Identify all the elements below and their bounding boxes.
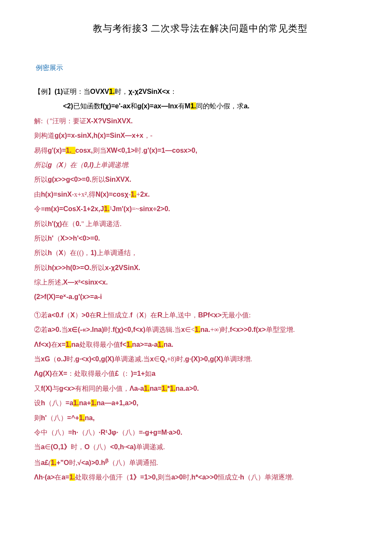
- text-line-23: 则h'（八）=^+1,na,: [34, 411, 366, 425]
- text-line-14: (2>f(X)=eˣ-a.g'(x>=a-i: [34, 290, 366, 304]
- text-line-9: 所以h'(χ)在（0." 上单调递活.: [34, 217, 366, 231]
- document-body: 【例】(1)证明：当OVXV1.时，χ-χ2VSinX<x：<2)已知函数f(χ…: [34, 84, 366, 485]
- text-line-13: 综上所述,X—x²<sinx<x.: [34, 275, 366, 290]
- text-line-25: 当a∈(O,1》时，O（八）<0,h·<a)单调递减.: [34, 440, 366, 454]
- text-line-26: 当a£(1.+"O时,√<a)>0.hβ（八）单调通招.: [34, 455, 366, 471]
- text-line-16: ①若a<0.f（X）>0在R上恒成立.f（X）在R上单,送中，BPf<x>无最小…: [34, 308, 366, 323]
- text-line-6: 所以g(x>>g<0>=0.所以SinXVX.: [34, 172, 366, 187]
- text-line-22: 设h（八）=a1.na+1.na—a+1,a>0,: [34, 396, 366, 410]
- text-line-27: Λh·(a>在a=1.处取得最小值汗（1》=1>0,则当a>0时,h*<a>>0…: [34, 470, 366, 485]
- text-line-8: 令≡m(x)=CosX-1+2x,J1.¹Jm'(x)=~sinx÷2>0.: [34, 202, 366, 216]
- text-line-7: 由h(x)=sinX-x+x²,得N(x)=cosχ-1.+2x.: [34, 187, 366, 202]
- text-line-18: Λf<x)在x=1.na处取得最小值f<1.na>=a-a1.na.: [34, 337, 366, 352]
- text-line-19: 当xG（o.J时,g·<x)<0,g(X)单调递减.当x∈Q,+8)时,g·(X…: [34, 352, 366, 366]
- text-line-10: 所以h'（X>>h'<0>=0.: [34, 231, 366, 246]
- text-line-4: 易得g'(x)=1._cosx,则当XW<0,1>时.g'(x)=1—cosx>…: [34, 143, 366, 158]
- text-line-24: 令中（八）=h·（八）·R¹Jφ·（八）=-g+g=M·a>0.: [34, 425, 366, 440]
- text-line-0: 【例】(1)证明：当OVXV1.时，χ-χ2VSinX<x：: [34, 84, 366, 99]
- text-line-20: Λg(X)在X=：处取得最小值£（: )=1+如a: [34, 366, 366, 381]
- page-title: 教与考衔接3 二次求导法在解决问题中的常见类型: [34, 17, 366, 39]
- text-line-21: 又f(X)与g<x>有相同的最小值，Λa-a1.na=1.*1.na.a>0.: [34, 381, 366, 396]
- text-line-1: <2)已知函数f(χ)=e'-ax和g(x)=ax—Inx有M1.同的蚣小假，求…: [34, 99, 366, 113]
- text-line-5: 所以g（X）在（0,l)上单调递增.: [34, 158, 366, 172]
- text-line-11: 所以h（X）在(()，1)上单调通结，: [34, 246, 366, 260]
- text-line-3: 则构道g(x)=x-sinX,h(x)=SinX—x+x，-: [34, 128, 366, 143]
- section-label: 例密展示: [34, 61, 366, 75]
- text-line-2: 解:（"汪明：要证X-X?VSinXVX.: [34, 114, 366, 128]
- title-left: 教与考衔接: [93, 23, 142, 34]
- blank-line: [34, 305, 366, 308]
- text-line-17: ②若a>0.当x∈(-«>.Ina)时.f(χ)<0,f<x)单调选辑.当x∈<…: [34, 323, 366, 337]
- title-right: 二次求导法在解决问题中的常见类型: [151, 23, 308, 34]
- text-line-12: 所以h(x>>h(0>=O.所以x-χ2VSinX.: [34, 261, 366, 275]
- page-root: 教与考衔接3 二次求导法在解决问题中的常见类型 例密展示 【例】(1)证明：当O…: [0, 0, 392, 502]
- title-num: 3: [142, 22, 148, 34]
